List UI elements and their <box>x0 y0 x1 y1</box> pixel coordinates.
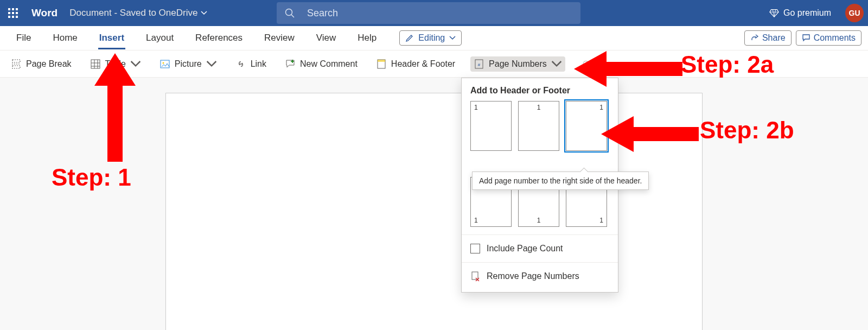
page-numbers-button[interactable]: # Page Numbers <box>470 56 565 72</box>
chevron-down-icon <box>449 35 456 41</box>
include-page-count-checkbox[interactable]: Include Page Count <box>462 238 618 259</box>
thumb-digit: 1 <box>474 217 478 224</box>
picture-button[interactable]: Picture <box>156 56 220 72</box>
svg-rect-3 <box>8 12 10 14</box>
comments-button[interactable]: Comments <box>796 30 861 46</box>
go-premium-button[interactable]: Go premium <box>764 5 837 21</box>
remove-page-numbers-icon <box>470 271 480 281</box>
link-label: Link <box>251 59 266 69</box>
ribbon-tabs: File Home Insert Layout References Revie… <box>0 26 868 50</box>
header-thumbnails: 1 1 1 <box>462 101 618 155</box>
svg-rect-2 <box>16 8 18 10</box>
thumb-digit: 1 <box>537 217 541 224</box>
avatar-initials: GU <box>849 9 860 17</box>
svg-rect-4 <box>12 12 14 14</box>
svg-rect-0 <box>8 8 10 10</box>
page-numbers-icon: # <box>474 59 484 69</box>
page-numbers-label: Page Numbers <box>489 59 547 69</box>
remove-page-numbers-button[interactable]: Remove Page Numbers <box>462 266 618 287</box>
tab-label: Insert <box>99 33 124 43</box>
svg-marker-20 <box>574 51 682 87</box>
title-bar: Word Document - Saved to OneDrive Go pre… <box>0 0 868 26</box>
tab-help[interactable]: Help <box>347 26 387 50</box>
pencil-icon <box>405 34 414 42</box>
tab-file[interactable]: File <box>5 26 42 50</box>
document-title[interactable]: Document - Saved to OneDrive <box>69 8 207 18</box>
thumb-digit: 1 <box>474 104 478 111</box>
svg-marker-21 <box>601 116 699 152</box>
thumb-digit: 1 <box>537 104 541 111</box>
editing-mode-label: Editing <box>418 33 445 43</box>
go-premium-label: Go premium <box>783 8 831 18</box>
svg-rect-6 <box>8 16 10 18</box>
svg-marker-19 <box>94 53 136 162</box>
thumb-header-center[interactable]: 1 <box>518 101 559 151</box>
tab-label: Home <box>53 33 77 43</box>
comments-label: Comments <box>814 33 856 43</box>
dropdown-separator <box>462 262 618 263</box>
link-button[interactable]: Link <box>232 56 270 72</box>
svg-point-13 <box>162 62 164 64</box>
app-launcher-button[interactable] <box>1 0 25 26</box>
svg-rect-8 <box>16 16 18 18</box>
new-comment-icon <box>285 59 296 69</box>
tab-home[interactable]: Home <box>42 26 88 50</box>
tab-insert[interactable]: Insert <box>88 26 135 50</box>
header-footer-button[interactable]: Header & Footer <box>373 56 458 72</box>
link-icon <box>235 59 246 69</box>
svg-rect-5 <box>16 12 18 14</box>
new-comment-button[interactable]: New Comment <box>282 56 361 72</box>
tooltip-text: Add page number to the right side of the… <box>479 176 642 185</box>
page-break-label: Page Break <box>26 59 72 69</box>
thumb-header-left[interactable]: 1 <box>470 101 512 151</box>
share-button[interactable]: Share <box>744 30 792 46</box>
tab-label: References <box>195 33 242 43</box>
tab-label: Help <box>358 33 376 43</box>
dropdown-separator <box>462 234 618 235</box>
svg-point-9 <box>286 9 292 16</box>
document-title-text: Document - Saved to OneDrive <box>69 8 197 18</box>
tab-label: Layout <box>146 33 174 43</box>
app-name: Word <box>31 7 58 19</box>
page-break-button[interactable]: Page Break <box>8 56 75 72</box>
chevron-down-icon <box>206 59 217 69</box>
comment-icon <box>802 34 810 42</box>
checkbox-icon <box>470 244 480 253</box>
tab-label: View <box>316 33 336 43</box>
annotation-text-step1: Step: 1 <box>52 164 131 191</box>
search-input[interactable] <box>306 7 573 20</box>
search-icon <box>284 8 295 18</box>
annotation-arrow-step1 <box>93 53 137 162</box>
editing-mode-button[interactable]: Editing <box>399 30 462 46</box>
page-break-icon <box>11 59 22 69</box>
chevron-down-icon <box>201 10 207 16</box>
include-page-count-label: Include Page Count <box>487 244 563 253</box>
avatar[interactable]: GU <box>845 4 864 22</box>
annotation-arrow-step2b <box>601 115 699 153</box>
waffle-icon <box>8 8 18 18</box>
tab-view[interactable]: View <box>305 26 347 50</box>
header-footer-icon <box>376 59 387 69</box>
tab-label: File <box>16 33 31 43</box>
svg-line-10 <box>291 15 294 17</box>
thumb-digit: 1 <box>599 217 603 224</box>
remove-page-numbers-label: Remove Page Numbers <box>487 271 579 281</box>
annotation-text-step2b: Step: 2b <box>700 117 794 144</box>
tooltip: Add page number to the right side of the… <box>472 172 649 190</box>
new-comment-label: New Comment <box>300 59 358 69</box>
search-box[interactable] <box>277 2 580 24</box>
thumb-digit: 1 <box>599 104 603 111</box>
svg-rect-1 <box>12 8 14 10</box>
chevron-down-icon <box>551 59 562 69</box>
share-label: Share <box>762 33 786 43</box>
tab-layout[interactable]: Layout <box>135 26 184 50</box>
diamond-icon <box>769 8 779 18</box>
share-icon <box>750 34 759 42</box>
tab-review[interactable]: Review <box>253 26 305 50</box>
tab-label: Review <box>264 33 295 43</box>
tab-references[interactable]: References <box>184 26 253 50</box>
svg-rect-7 <box>12 16 14 18</box>
svg-rect-18 <box>472 272 478 280</box>
svg-text:#: # <box>478 62 481 67</box>
picture-label: Picture <box>175 59 202 69</box>
